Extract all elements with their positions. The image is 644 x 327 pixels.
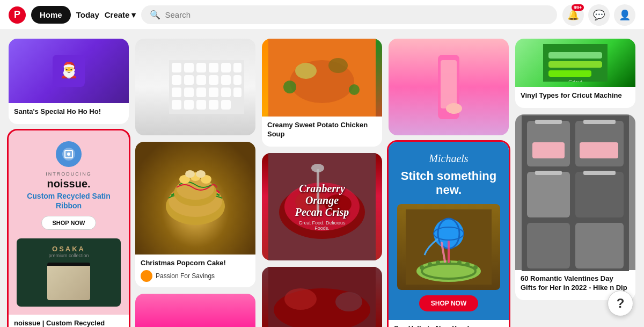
pin-image-marshmallow <box>135 39 255 135</box>
michaels-ad-header: Michaels Stitch something new. <box>389 142 509 320</box>
pin-title-popcorn-cake: Christmas Popcorn Cake! <box>141 259 250 268</box>
search-input[interactable] <box>165 10 548 19</box>
pin-card-cranberry2[interactable] <box>262 267 382 327</box>
svg-point-67 <box>436 260 440 265</box>
svg-rect-7 <box>184 63 194 72</box>
svg-point-36 <box>185 170 195 178</box>
svg-rect-13 <box>184 75 194 85</box>
pin-image-sweet-potato <box>262 39 382 117</box>
pin-image-cranberry2 <box>262 267 382 327</box>
pin-info-noissue: noissue | Custom Recycled Satin Ribbon P… <box>9 315 129 327</box>
svg-rect-6 <box>172 63 181 72</box>
pin-title-vinyl: Vinyl Types for Cricut Machine <box>521 91 630 100</box>
svg-rect-14 <box>196 75 206 85</box>
osaka-box: OSAKA premium collection <box>17 238 121 307</box>
help-button[interactable]: ? <box>608 290 633 316</box>
svg-rect-75 <box>548 52 602 59</box>
chevron-down-icon: ▾ <box>131 10 136 20</box>
pin-image-valentines <box>515 114 635 270</box>
svg-rect-82 <box>527 172 570 217</box>
michaels-yarn-loom-visual <box>406 209 492 285</box>
santa-image-icon: 🎅 <box>53 55 85 87</box>
svg-point-70 <box>465 262 470 266</box>
valentines-visual <box>516 115 634 271</box>
author-avatar-popcorn <box>141 270 152 282</box>
michaels-product-image <box>397 204 500 290</box>
svg-rect-28 <box>221 100 231 110</box>
account-icon: 👤 <box>619 9 631 21</box>
pin-title-sweet-potato: Creamy Sweet Potato Chicken Soup <box>267 121 377 139</box>
messages-button[interactable]: 💬 <box>588 4 610 26</box>
sweet-potato-visual <box>262 39 382 117</box>
svg-rect-8 <box>196 63 206 72</box>
svg-point-4 <box>67 152 70 156</box>
pin-card-valentines[interactable]: 60 Romantic Valentines Day Gifts for Her… <box>515 114 635 300</box>
notification-badge: 99+ <box>572 4 584 11</box>
svg-rect-91 <box>580 142 618 158</box>
nav-home-button[interactable]: Home <box>31 6 71 24</box>
noissue-intro-label: INTRODUCING <box>46 171 92 177</box>
svg-rect-15 <box>209 75 218 85</box>
svg-rect-12 <box>172 75 181 85</box>
svg-rect-27 <box>209 100 218 110</box>
svg-point-37 <box>196 170 206 178</box>
svg-point-69 <box>457 260 462 265</box>
noissue-logo-icon <box>56 141 82 167</box>
svg-rect-83 <box>575 172 624 217</box>
account-button[interactable]: 👤 <box>614 4 635 26</box>
pinterest-logo[interactable]: P <box>9 6 26 24</box>
pin-card-cranberry[interactable]: Cranberry OrangePecan Crisp Great Food. … <box>262 153 382 260</box>
svg-rect-76 <box>548 61 602 68</box>
pin-card-pink[interactable] <box>135 294 255 327</box>
author-row-popcorn: Passion For Savings <box>141 270 250 282</box>
pin-info-santa: Santa's Special Ho Ho Ho! <box>9 103 129 124</box>
pin-info-michaels: Say Hello to New Yarn! Promoted by Micha… <box>389 320 509 327</box>
svg-rect-20 <box>196 88 206 97</box>
popcorn-cake-visual <box>160 163 230 233</box>
svg-rect-17 <box>233 75 241 85</box>
svg-rect-24 <box>172 100 181 110</box>
pin-card-michaels-ad[interactable]: Michaels Stitch something new. <box>389 142 509 327</box>
svg-rect-23 <box>233 88 241 97</box>
cranberry2-visual <box>262 267 382 327</box>
svg-point-43 <box>349 84 360 95</box>
pin-card-marshmallow[interactable] <box>135 39 255 135</box>
svg-rect-56 <box>441 60 457 108</box>
svg-rect-22 <box>221 88 231 97</box>
svg-rect-85 <box>575 223 624 268</box>
noissue-tagline: Custom Recycled Satin Ribbon <box>17 191 121 210</box>
nav-today-button[interactable]: Today <box>76 10 99 19</box>
pin-image-santa: 🎅 <box>9 39 129 103</box>
svg-point-40 <box>295 63 317 79</box>
svg-point-54 <box>335 292 362 311</box>
svg-rect-11 <box>233 63 241 72</box>
michaels-shop-now-button[interactable]: SHOP NOW <box>419 295 478 311</box>
pin-image-popcorn-cake <box>135 142 255 255</box>
nav-create-button[interactable]: Create ▾ <box>105 10 136 20</box>
pin-card-santa[interactable]: 🎅 Santa's Special Ho Ho Ho! <box>9 39 129 124</box>
svg-text:🎅: 🎅 <box>60 61 78 79</box>
notifications-button[interactable]: 🔔 99+ <box>562 4 584 26</box>
svg-rect-10 <box>221 63 231 72</box>
svg-point-71 <box>473 265 478 270</box>
svg-rect-9 <box>209 63 218 72</box>
svg-point-50 <box>311 164 324 172</box>
noissue-ad-content: INTRODUCING noissue. Custom Recycled Sat… <box>9 130 129 315</box>
pin-card-popcorn-cake[interactable]: Christmas Popcorn Cake! Passion For Savi… <box>135 142 255 287</box>
noissue-shop-now-button[interactable]: SHOP NOW <box>41 216 97 230</box>
pin-card-laundry[interactable] <box>389 39 509 135</box>
pin-title-santa: Santa's Special Ho Ho Ho! <box>14 107 123 117</box>
pin-card-sweet-potato[interactable]: Creamy Sweet Potato Chicken Soup <box>262 39 382 147</box>
header-icons: 🔔 99+ 💬 👤 <box>562 4 635 26</box>
michaels-headline: Stitch something new. <box>397 169 500 198</box>
pin-info-sweet-potato: Creamy Sweet Potato Chicken Soup <box>262 117 382 147</box>
osaka-label: OSAKA <box>52 245 85 253</box>
svg-rect-19 <box>184 88 194 97</box>
pin-title-michaels: Say Hello to New Yarn! <box>394 324 503 327</box>
pin-info-vinyl: Vinyl Types for Cricut Machine <box>515 87 635 108</box>
noissue-brand-name: noissue. <box>47 178 90 190</box>
pin-card-noissue[interactable]: INTRODUCING noissue. Custom Recycled Sat… <box>9 130 129 327</box>
svg-rect-88 <box>535 171 562 175</box>
michaels-brand-name: Michaels <box>397 152 500 165</box>
pin-card-vinyl[interactable]: Cricut Vinyl Types for Cricut Machine <box>515 39 635 108</box>
